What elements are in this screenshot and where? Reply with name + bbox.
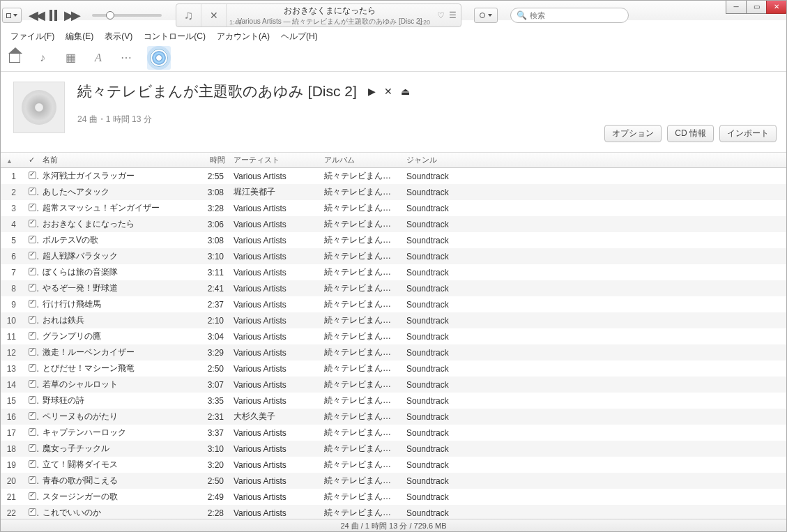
up-next-icon[interactable]: ☰: [449, 10, 457, 20]
menu-file[interactable]: ファイル(F): [6, 29, 59, 44]
cd-tab[interactable]: [147, 46, 171, 70]
track-genre: Soundtrack: [402, 344, 486, 360]
track-checkbox[interactable]: [24, 200, 38, 216]
track-checkbox[interactable]: [24, 505, 38, 519]
now-playing-title: おおきなくまになったら: [227, 5, 433, 17]
menu-control[interactable]: コントロール(C): [139, 29, 210, 44]
track-table[interactable]: ▲ ✓ 名前 時間 アーティスト アルバム ジャンル 1氷河戦士ガイスラッガー2…: [1, 153, 786, 519]
account-button[interactable]: [474, 8, 498, 23]
options-button[interactable]: オプション: [604, 125, 662, 142]
track-time: 2:41: [199, 280, 229, 296]
track-row[interactable]: 22これでいいのか2:28Various Artists続々テレビまんが主…So…: [1, 505, 786, 519]
track-row[interactable]: 17キャプテンハーロック3:37Various Artists続々テレビまんが主…: [1, 425, 786, 441]
music-tab[interactable]: ♪: [36, 52, 49, 64]
eject-button[interactable]: ⏏: [401, 86, 410, 97]
track-row[interactable]: 7ぼくらは旅の音楽隊3:11Various Artists続々テレビまんが主…S…: [1, 264, 786, 280]
cd-info-button[interactable]: CD 情報: [667, 125, 714, 142]
track-index: 6: [1, 248, 24, 264]
search-input[interactable]: [530, 11, 622, 20]
track-checkbox[interactable]: [24, 248, 38, 264]
track-row[interactable]: 19立て！闘将ダイモス3:20Various Artists続々テレビまんが主……: [1, 457, 786, 473]
track-row[interactable]: 1氷河戦士ガイスラッガー2:55Various Artists続々テレビまんが主…: [1, 168, 786, 185]
track-artist: Various Artists: [229, 425, 320, 441]
track-row[interactable]: 6超人戦隊バラタック3:10Various Artists続々テレビまんが主…S…: [1, 248, 786, 264]
home-tab[interactable]: [8, 53, 22, 63]
love-icon[interactable]: ♡: [437, 10, 445, 20]
track-checkbox[interactable]: [24, 344, 38, 360]
track-checkbox[interactable]: [24, 168, 38, 185]
previous-button[interactable]: [29, 9, 43, 22]
track-checkbox[interactable]: [24, 312, 38, 328]
more-tab[interactable]: ⋯: [119, 51, 133, 64]
track-row[interactable]: 18魔女っ子チックル3:10Various Artists続々テレビまんが主…S…: [1, 441, 786, 457]
track-checkbox[interactable]: [24, 296, 38, 312]
track-checkbox[interactable]: [24, 473, 38, 489]
track-checkbox[interactable]: [24, 264, 38, 280]
col-index[interactable]: ▲: [1, 153, 24, 168]
track-row[interactable]: 14若草のシャルロット3:07Various Artists続々テレビまんが主……: [1, 377, 786, 393]
track-checkbox[interactable]: [24, 232, 38, 248]
shuffle-icon[interactable]: ✕: [201, 4, 227, 26]
cd-icon: [150, 49, 168, 67]
play-album-button[interactable]: ▶: [368, 86, 376, 97]
next-button[interactable]: [64, 9, 78, 22]
track-artist: Various Artists: [229, 473, 320, 489]
track-checkbox[interactable]: [24, 184, 38, 200]
track-checkbox[interactable]: [24, 377, 38, 393]
track-name: とびだせ！マシーン飛竜: [38, 360, 199, 377]
track-checkbox[interactable]: [24, 280, 38, 296]
col-album[interactable]: アルバム: [320, 153, 402, 168]
import-button[interactable]: インポート: [719, 125, 777, 142]
search-field[interactable]: 🔍: [510, 8, 629, 23]
track-checkbox[interactable]: [24, 441, 38, 457]
track-row[interactable]: 15野球狂の詩3:35Various Artists続々テレビまんが主…Soun…: [1, 393, 786, 409]
col-genre[interactable]: ジャンル: [402, 153, 486, 168]
track-checkbox[interactable]: [24, 393, 38, 409]
col-artist[interactable]: アーティスト: [229, 153, 320, 168]
track-checkbox[interactable]: [24, 216, 38, 232]
track-name: ペリーヌものがたり: [38, 409, 199, 425]
track-time: 2:28: [199, 505, 229, 519]
track-checkbox[interactable]: [24, 328, 38, 344]
track-checkbox[interactable]: [24, 425, 38, 441]
track-row[interactable]: 9行け行け飛雄馬2:37Various Artists続々テレビまんが主…Sou…: [1, 296, 786, 312]
track-row[interactable]: 8やるぞ一発！野球道2:41Various Artists続々テレビまんが主…S…: [1, 280, 786, 296]
track-checkbox[interactable]: [24, 409, 38, 425]
track-checkbox[interactable]: [24, 489, 38, 505]
track-row[interactable]: 13とびだせ！マシーン飛竜2:50Various Artists続々テレビまんが…: [1, 360, 786, 377]
track-index: 22: [1, 505, 24, 519]
col-name[interactable]: 名前: [38, 153, 199, 168]
track-row[interactable]: 20青春の歌が聞こえる2:50Various Artists続々テレビまんが主……: [1, 473, 786, 489]
store-tab[interactable]: A: [91, 52, 105, 64]
track-row[interactable]: 10おれは鉄兵2:10Various Artists続々テレビまんが主…Soun…: [1, 312, 786, 328]
track-row[interactable]: 2あしたへアタック3:08堀江美都子続々テレビまんが主…Soundtrack: [1, 184, 786, 200]
menu-account[interactable]: アカウント(A): [213, 29, 274, 44]
movies-tab[interactable]: ▦: [63, 51, 77, 64]
track-time: 3:08: [199, 184, 229, 200]
pause-button[interactable]: [49, 10, 57, 21]
track-row[interactable]: 12激走！ルーベンカイザー3:29Various Artists続々テレビまんが…: [1, 344, 786, 360]
now-playing-info[interactable]: おおきなくまになったら Various Artists — 続々テレビまんが主題…: [227, 4, 433, 26]
col-time[interactable]: 時間: [199, 153, 229, 168]
track-artist: Various Artists: [229, 312, 320, 328]
col-checked[interactable]: ✓: [24, 153, 38, 168]
track-genre: Soundtrack: [402, 441, 486, 457]
album-artwork[interactable]: [13, 82, 65, 133]
track-checkbox[interactable]: [24, 457, 38, 473]
menu-view[interactable]: 表示(V): [100, 29, 137, 44]
now-playing-subtitle: Various Artists — 続々テレビまんが主題歌のあゆみ [Disc …: [227, 17, 433, 26]
album-meta: 24 曲・1 時間 13 分: [77, 114, 774, 126]
shuffle-album-button[interactable]: ✕: [384, 86, 392, 97]
miniplayer-toggle[interactable]: [2, 8, 22, 23]
menu-edit[interactable]: 編集(E): [61, 29, 98, 44]
track-row[interactable]: 11グランプリの鷹3:04Various Artists続々テレビまんが主…So…: [1, 328, 786, 344]
track-genre: Soundtrack: [402, 312, 486, 328]
track-row[interactable]: 4おおきなくまになったら3:06Various Artists続々テレビまんが主…: [1, 216, 786, 232]
track-row[interactable]: 21スタージンガーの歌2:49Various Artists続々テレビまんが主……: [1, 489, 786, 505]
track-row[interactable]: 5ボルテスVの歌3:08Various Artists続々テレビまんが主…Sou…: [1, 232, 786, 248]
track-checkbox[interactable]: [24, 360, 38, 377]
volume-slider[interactable]: [92, 14, 162, 17]
menu-help[interactable]: ヘルプ(H): [277, 29, 322, 44]
track-row[interactable]: 16ペリーヌものがたり2:31大杉久美子続々テレビまんが主…Soundtrack: [1, 409, 786, 425]
track-row[interactable]: 3超常スマッシュ！ギンガイザー3:28Various Artists続々テレビま…: [1, 200, 786, 216]
